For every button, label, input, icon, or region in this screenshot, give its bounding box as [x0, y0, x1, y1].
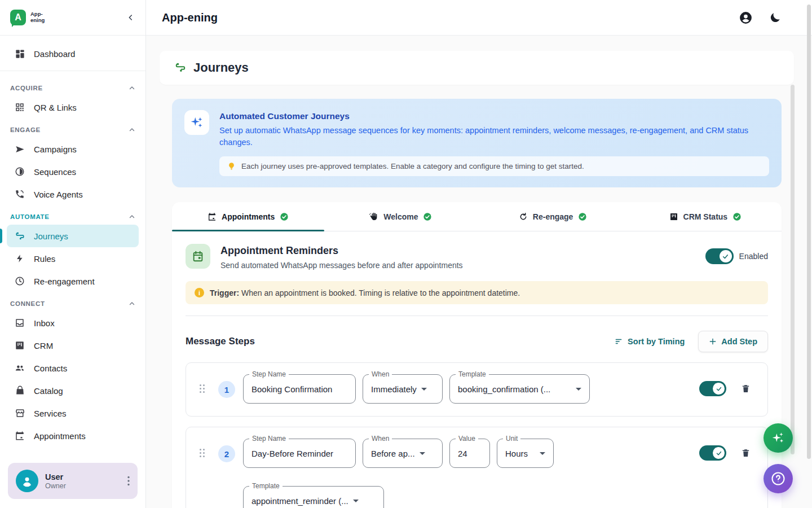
sidebar-item-services[interactable]: Services [7, 402, 139, 424]
step-toggle[interactable] [699, 445, 726, 461]
kanban-icon [14, 340, 26, 351]
user-name: User [45, 472, 66, 481]
sidebar-item-crm[interactable]: CRM [7, 334, 139, 357]
step-name-input[interactable]: Step Name Day-Before Reminder [243, 439, 356, 468]
clock-icon [14, 276, 26, 286]
sidebar-item-label: Journeys [34, 231, 68, 241]
sort-by-timing-button[interactable]: Sort by Timing [614, 337, 685, 346]
content: Journeys Automated Customer Journeys Set… [146, 36, 812, 508]
sidebar-item-dashboard[interactable]: Dashboard [7, 42, 139, 65]
sidebar-item-label: Inbox [34, 318, 55, 328]
sparkles-icon [184, 110, 209, 135]
sidebar-item-voice-agents[interactable]: Voice Agents [7, 183, 139, 205]
refresh-icon [519, 212, 528, 221]
step-number-badge: 1 [218, 381, 235, 398]
delete-step-icon[interactable] [741, 448, 751, 458]
app-logo-text: App-ening [30, 11, 45, 24]
kanban-icon [669, 212, 678, 221]
steps-header: Message Steps Sort by Timing Add Step [186, 331, 768, 352]
wave-hand-icon [369, 212, 378, 221]
sidebar-header: A App-ening [0, 0, 145, 36]
sidebar-item-label: Catalog [34, 386, 63, 396]
panel-title: Appointment Reminders [220, 245, 463, 257]
route-icon [14, 231, 26, 242]
sidebar-item-appointments[interactable]: Appointments [7, 424, 139, 447]
section-engage[interactable]: ENGAGE [7, 119, 139, 138]
banner-text: Automated Customer Journeys Set up autom… [219, 110, 769, 148]
sidebar-item-label: Contacts [34, 364, 67, 373]
add-step-button[interactable]: Add Step [698, 331, 768, 352]
sidebar-collapse-icon[interactable] [126, 13, 135, 22]
unit-select[interactable]: Unit Hours [497, 439, 554, 468]
sidebar-item-contacts[interactable]: Contacts [7, 357, 139, 379]
divider [0, 71, 145, 71]
delete-step-icon[interactable] [741, 383, 751, 394]
sidebar-item-label: Appointments [34, 431, 86, 441]
sidebar-item-label: Rules [34, 254, 55, 264]
avatar [16, 470, 38, 492]
qr-code-icon [14, 102, 26, 112]
help-fab[interactable] [764, 464, 793, 493]
sidebar-item-journeys[interactable]: Journeys [7, 225, 139, 247]
panel-titles: Appointment Reminders Send automated Wha… [220, 244, 463, 270]
chevron-down-icon [420, 452, 425, 455]
drag-handle-icon[interactable] [200, 449, 205, 457]
sidebar-item-inbox[interactable]: Inbox [7, 312, 139, 334]
trigger-banner: i Trigger: When an appointment is booked… [186, 281, 768, 304]
drag-handle-icon[interactable] [200, 384, 205, 393]
when-select[interactable]: When Immediately [363, 374, 443, 404]
storefront-icon [14, 408, 26, 418]
sidebar-nav: Dashboard ACQUIRE QR & Links ENGAGE Camp… [0, 36, 145, 457]
sidebar: A App-ening Dashboard ACQUIRE QR & Links [0, 0, 146, 508]
page-title-card: Journeys [160, 51, 794, 85]
section-automate[interactable]: AUTOMATE [7, 205, 139, 225]
banner-tip: Each journey uses pre-approved templates… [219, 156, 769, 176]
value-input[interactable]: Value 24 [449, 439, 490, 468]
chevron-down-icon [353, 500, 359, 502]
sidebar-item-re-engagement[interactable]: Re-engagement [7, 270, 139, 292]
check-circle-icon [423, 212, 432, 221]
dots-vertical-icon[interactable] [127, 476, 130, 486]
when-select[interactable]: When Before ap... [363, 439, 443, 468]
sidebar-item-catalog[interactable]: Catalog [7, 379, 139, 402]
section-acquire[interactable]: ACQUIRE [7, 77, 139, 96]
lightning-icon [14, 253, 26, 264]
account-circle-icon[interactable] [739, 11, 753, 25]
content-scrollbar[interactable] [791, 85, 795, 454]
check-circle-icon [280, 212, 289, 221]
step-toggle[interactable] [699, 381, 726, 396]
sidebar-item-rules[interactable]: Rules [7, 247, 139, 270]
panel-subtitle: Send automated WhatsApp messages before … [220, 261, 463, 270]
sidebar-item-label: Re-engagement [34, 277, 95, 286]
template-select[interactable]: Template appointment_reminder (... [243, 486, 384, 508]
chevron-up-icon [129, 300, 135, 307]
app-title: App-ening [162, 11, 218, 24]
tab-welcome[interactable]: Welcome [324, 202, 476, 231]
enabled-toggle[interactable] [705, 248, 734, 264]
ai-sparkles-fab[interactable] [764, 423, 793, 453]
step-name-input[interactable]: Step Name Booking Confirmation [243, 374, 356, 404]
people-icon [14, 363, 26, 373]
sidebar-item-sequences[interactable]: Sequences [7, 160, 139, 183]
calendar-icon [208, 212, 217, 221]
chevron-up-icon [129, 85, 135, 91]
main-area: App-ening Journeys Automated Customer [146, 0, 812, 508]
calendar-icon [186, 244, 210, 269]
info-icon: i [195, 288, 204, 297]
lightbulb-icon [227, 161, 236, 171]
section-connect[interactable]: CONNECT [7, 292, 139, 312]
tab-appointments[interactable]: Appointments [172, 202, 324, 231]
sort-icon [614, 338, 623, 345]
tab-crm-status[interactable]: CRM Status [629, 202, 782, 231]
steps-title: Message Steps [186, 336, 255, 347]
check-circle-icon [732, 212, 742, 221]
sidebar-item-label: Services [34, 409, 67, 418]
sidebar-item-campaigns[interactable]: Campaigns [7, 138, 139, 160]
dark-mode-moon-icon[interactable] [769, 11, 782, 24]
template-select[interactable]: Template booking_confirmation (... [449, 374, 590, 404]
sidebar-item-qr-links[interactable]: QR & Links [7, 96, 139, 119]
tab-re-engage[interactable]: Re-engage [477, 202, 629, 231]
chevron-up-icon [129, 126, 135, 133]
page-scrollbar[interactable] [807, 5, 811, 459]
user-card[interactable]: User Owner [8, 463, 138, 499]
